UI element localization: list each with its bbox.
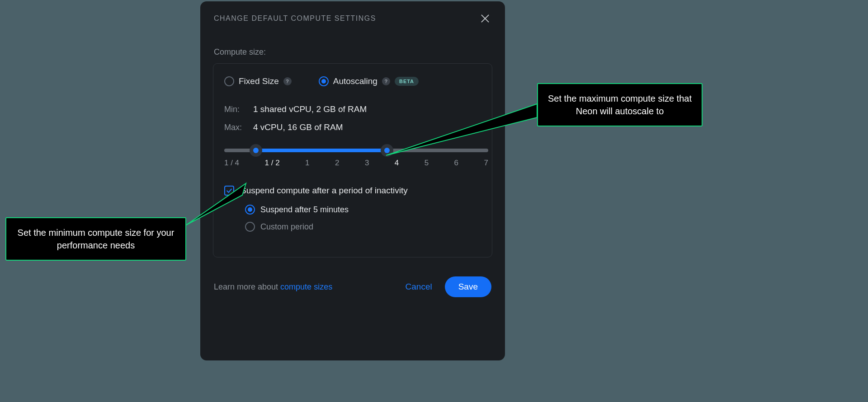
callout-max-arrow [0, 0, 868, 402]
svg-marker-3 [386, 104, 537, 155]
